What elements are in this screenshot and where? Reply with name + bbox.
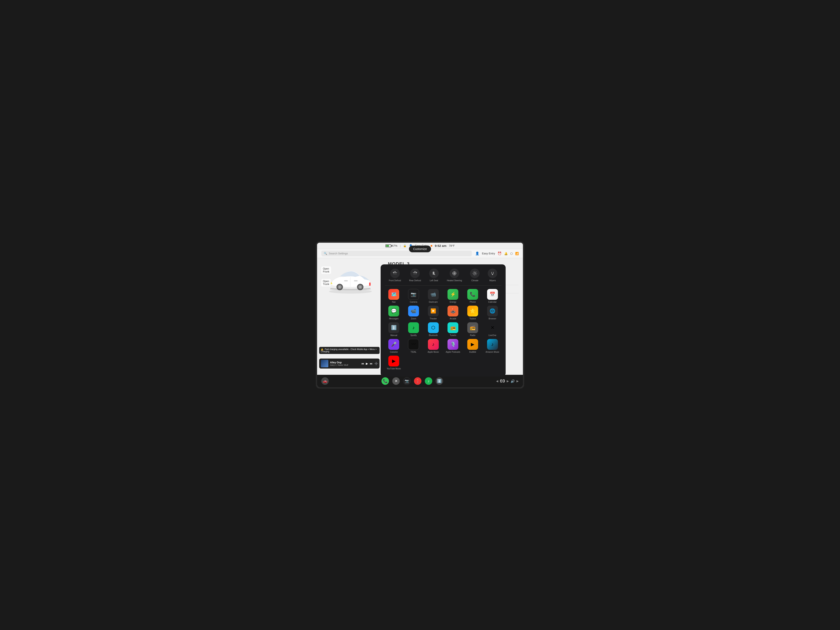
wipers-label: Wipers: [489, 279, 496, 282]
svg-point-16: [492, 274, 493, 275]
temp-display: 69: [500, 378, 505, 384]
app-icon-spotify: ♪: [408, 322, 419, 333]
search-icon: 🔍: [324, 252, 327, 255]
orange-indicator: [431, 245, 432, 247]
app-icon-apple-podcasts: 🎙️: [447, 339, 458, 350]
app-label-phone: Phone: [470, 301, 476, 303]
rear-defrost-button[interactable]: Rear Defrost: [409, 268, 421, 282]
app-label-calendar: Calendar: [488, 301, 497, 303]
now-playing: Alley Oop Juicy J, Xavier Wulf ⏮ ▶ ⏭ ➕: [319, 358, 380, 368]
app-icon-bluetooth: ⬡: [428, 322, 439, 333]
player-controls[interactable]: ⏮ ▶ ⏭ ➕: [361, 362, 378, 365]
temp-decrease-button[interactable]: ◀: [496, 379, 498, 383]
app-item-liveone[interactable]: ✕LiveOne: [483, 322, 502, 336]
app-item-apple-music[interactable]: ♪Apple Music: [424, 339, 442, 353]
app-item-energy[interactable]: ⚡Energy: [444, 289, 462, 303]
app-icon-apple-music: ♪: [428, 339, 439, 350]
app-label-radio: Radio: [470, 334, 475, 336]
app-item-messages[interactable]: 💬Messages: [385, 306, 403, 320]
next-track-button[interactable]: ⏭: [370, 362, 373, 365]
app-item-camera[interactable]: 📷Camera: [404, 289, 423, 303]
app-item-phone[interactable]: 📞Phone: [464, 289, 482, 303]
heated-steering-label: Heated Steering: [447, 279, 462, 282]
app-item-zoom[interactable]: 📹Zoom: [404, 306, 423, 320]
rear-defrost-icon: [410, 268, 420, 278]
app-item-dashcam[interactable]: 📹Dashcam: [424, 289, 442, 303]
app-icon-energy: ⚡: [447, 289, 458, 300]
front-defrost-icon: [390, 268, 400, 278]
app-icon-browser: 🌐: [487, 306, 498, 316]
temp-increase-button[interactable]: ▶: [507, 379, 509, 383]
car-image: [325, 267, 376, 295]
app-item-calendar[interactable]: 📅Calendar: [483, 289, 502, 303]
app-item-amazon-music[interactable]: ♪Amazon Music: [483, 339, 502, 353]
app-item-youtube-music[interactable]: ▶YouTube Music: [385, 355, 403, 370]
app-item-toybox[interactable]: ⭐Toybox: [464, 306, 482, 320]
app-item-apple-podcasts[interactable]: 🎙️Apple Podcasts: [444, 339, 462, 353]
app-icon-radio: 📻: [467, 322, 478, 333]
app-label-amazon-music: Amazon Music: [486, 351, 499, 353]
app-item-theater[interactable]: ▶️Theater: [424, 306, 442, 320]
app-item-radio[interactable]: 📻Radio: [464, 322, 482, 336]
volume-icon: 🔊: [511, 379, 515, 383]
left-panel: OpenFrunk OpenTrunk: [317, 258, 384, 375]
svg-point-3: [338, 286, 341, 288]
prev-track-button[interactable]: ⏮: [361, 362, 364, 365]
volume-arrow[interactable]: ▶: [516, 379, 519, 383]
app-item-caraoke[interactable]: 🎤Caraoke: [385, 339, 403, 353]
app-item-spotify[interactable]: ♪Spotify: [404, 322, 423, 336]
app-label-browser: Browser: [488, 317, 496, 320]
taskbar-left: 🚗: [321, 377, 329, 385]
phone-taskbar-icon[interactable]: 📞: [382, 377, 389, 385]
app-item-audible[interactable]: ▶Audible: [464, 339, 482, 353]
app-icon-camera: 📷: [408, 289, 419, 300]
camera-taskbar-icon[interactable]: 📷: [403, 377, 411, 385]
app-item-browser[interactable]: 🌐Browser: [483, 306, 502, 320]
open-frunk-button[interactable]: OpenFrunk: [321, 267, 331, 274]
app-label-zoom: Zoom: [411, 317, 416, 320]
app-label-toybox: Toybox: [469, 317, 476, 320]
app-icon-tidal: 〰: [408, 339, 419, 350]
app-label-youtube-music: YouTube Music: [387, 368, 401, 370]
wipers-button[interactable]: Wipers: [488, 268, 497, 282]
spotify-taskbar-icon[interactable]: ♪: [425, 377, 432, 385]
app-item-arcade[interactable]: 🕹️Arcade: [444, 306, 462, 320]
app-item-manual[interactable]: ℹ️Manual: [385, 322, 403, 336]
add-to-queue-button[interactable]: ➕: [374, 362, 378, 365]
manual-taskbar-icon[interactable]: ℹ️: [436, 377, 443, 385]
play-button[interactable]: ▶: [366, 362, 368, 365]
app-label-apple-music: Apple Music: [428, 351, 439, 353]
app-icon-toybox: ⭐: [467, 306, 478, 316]
app-label-caraoke: Caraoke: [390, 351, 398, 353]
app-icon-youtube-music: ▶: [388, 355, 399, 366]
app-icon-messages: 💬: [388, 306, 399, 316]
app-icon-manual: ℹ️: [388, 322, 399, 333]
app-item-tunein[interactable]: 📻TuneIn: [444, 322, 462, 336]
app-item-bluetooth[interactable]: ⬡Bluetooth: [424, 322, 442, 336]
app-icon-audible: ▶: [467, 339, 478, 350]
volume-section[interactable]: 🔊: [511, 379, 515, 383]
pin-taskbar-icon[interactable]: 📍: [414, 377, 422, 385]
climate-button[interactable]: Climate: [470, 268, 480, 282]
front-defrost-button[interactable]: Front Defrost: [389, 268, 401, 282]
close-taskbar-icon[interactable]: ✕: [392, 377, 400, 385]
app-label-dashcam: Dashcam: [429, 301, 438, 303]
left-seat-button[interactable]: Left Seat: [429, 268, 439, 282]
app-icon-liveone: ✕: [487, 322, 498, 333]
app-label-messages: Messages: [389, 317, 399, 320]
search-box[interactable]: 🔍 Search Settings: [321, 251, 472, 256]
car-overview-icon[interactable]: 🚗: [321, 377, 329, 385]
app-grid: 🗺️Nav📷Camera📹Dashcam⚡Energy📞Phone📅Calend…: [385, 289, 502, 370]
app-drawer: Front Defrost Rear Defrost: [381, 264, 505, 376]
svg-rect-10: [369, 283, 371, 286]
nav-bar-right: 👤 Easy Entry ⏰ 🔔 ⬡ 📶: [475, 251, 519, 256]
rear-defrost-label: Rear Defrost: [409, 279, 421, 282]
customize-button[interactable]: Customize: [409, 246, 431, 252]
heated-steering-button[interactable]: Heated Steering: [447, 268, 462, 282]
screen-frame: 67% | 🔒 👤 Easy Entry 9:52 am 78°F 🔍 Sear…: [316, 242, 524, 388]
app-item-nav[interactable]: 🗺️Nav: [385, 289, 403, 303]
app-label-theater: Theater: [429, 317, 437, 320]
app-item-tidal[interactable]: 〰TIDAL: [404, 339, 423, 353]
open-trunk-button[interactable]: OpenTrunk: [321, 279, 331, 286]
temp-value: 69: [500, 378, 505, 384]
